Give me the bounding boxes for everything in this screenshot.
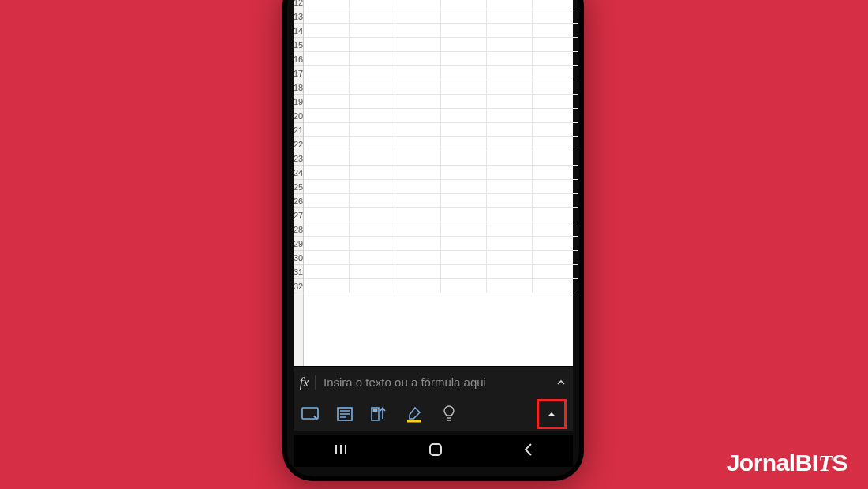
cell[interactable] xyxy=(395,109,441,122)
cell[interactable] xyxy=(304,180,350,193)
cell[interactable] xyxy=(395,123,441,136)
chevron-up-icon[interactable] xyxy=(552,367,570,398)
cell[interactable] xyxy=(487,66,533,80)
cell[interactable] xyxy=(487,0,533,9)
cell[interactable] xyxy=(533,0,578,9)
home-button[interactable] xyxy=(410,436,462,467)
cell[interactable] xyxy=(533,194,578,207)
cell[interactable] xyxy=(441,237,487,250)
spreadsheet-area[interactable]: 1112131415161718192021222324252627282930… xyxy=(294,0,573,366)
cell[interactable] xyxy=(441,95,487,108)
display-icon[interactable] xyxy=(300,404,320,424)
cell[interactable] xyxy=(395,237,441,250)
cell[interactable] xyxy=(487,180,533,193)
row-header[interactable]: 22 xyxy=(294,137,303,151)
cell[interactable] xyxy=(304,265,350,278)
row-header[interactable]: 19 xyxy=(294,95,303,109)
cell[interactable] xyxy=(350,0,395,9)
cell[interactable] xyxy=(441,109,487,122)
cell[interactable] xyxy=(395,24,441,37)
cell[interactable] xyxy=(441,151,487,165)
cell[interactable] xyxy=(533,109,578,122)
row-header[interactable]: 28 xyxy=(294,222,303,237)
cell[interactable] xyxy=(533,137,578,151)
cell[interactable] xyxy=(487,95,533,108)
row-header[interactable]: 21 xyxy=(294,123,303,137)
cell[interactable] xyxy=(395,265,441,278)
cell[interactable] xyxy=(533,80,578,94)
cell[interactable] xyxy=(487,208,533,222)
cell[interactable] xyxy=(441,123,487,136)
cell[interactable] xyxy=(350,109,395,122)
cell[interactable] xyxy=(441,180,487,193)
cell[interactable] xyxy=(395,279,441,293)
cell[interactable] xyxy=(395,208,441,222)
cell[interactable] xyxy=(533,208,578,222)
cell[interactable] xyxy=(533,251,578,264)
cell[interactable] xyxy=(304,9,350,23)
cell[interactable] xyxy=(350,237,395,250)
row-header[interactable]: 26 xyxy=(294,194,303,208)
cell[interactable] xyxy=(350,137,395,151)
cell[interactable] xyxy=(350,9,395,23)
cell[interactable] xyxy=(350,251,395,264)
cell[interactable] xyxy=(304,52,350,65)
cell[interactable] xyxy=(350,24,395,37)
cell[interactable] xyxy=(441,38,487,51)
row-header[interactable]: 12 xyxy=(294,0,303,9)
cell[interactable] xyxy=(441,66,487,80)
cell[interactable] xyxy=(441,265,487,278)
highlight-icon[interactable] xyxy=(404,404,425,424)
cell[interactable] xyxy=(487,9,533,23)
cell[interactable] xyxy=(304,194,350,207)
cell[interactable] xyxy=(350,80,395,94)
row-header[interactable]: 14 xyxy=(294,24,303,38)
cell[interactable] xyxy=(395,151,441,165)
cell[interactable] xyxy=(395,222,441,236)
cell[interactable] xyxy=(441,222,487,236)
row-header[interactable]: 17 xyxy=(294,66,303,80)
cell[interactable] xyxy=(441,24,487,37)
cell[interactable] xyxy=(487,137,533,151)
cell[interactable] xyxy=(487,251,533,264)
cell[interactable] xyxy=(304,222,350,236)
cell[interactable] xyxy=(533,265,578,278)
cell[interactable] xyxy=(304,251,350,264)
cell[interactable] xyxy=(304,66,350,80)
cell[interactable] xyxy=(350,265,395,278)
cell[interactable] xyxy=(395,137,441,151)
cell[interactable] xyxy=(304,95,350,108)
cell[interactable] xyxy=(533,151,578,165)
cell[interactable] xyxy=(304,208,350,222)
cell[interactable] xyxy=(350,166,395,179)
row-header[interactable]: 25 xyxy=(294,180,303,194)
cell[interactable] xyxy=(350,95,395,108)
cell[interactable] xyxy=(533,237,578,250)
cell[interactable] xyxy=(350,52,395,65)
cell[interactable] xyxy=(441,52,487,65)
cell[interactable] xyxy=(533,24,578,37)
cell[interactable] xyxy=(395,80,441,94)
cell[interactable] xyxy=(487,38,533,51)
cell[interactable] xyxy=(350,66,395,80)
cell[interactable] xyxy=(304,80,350,94)
cell[interactable] xyxy=(350,208,395,222)
formula-input[interactable] xyxy=(320,375,548,389)
cell[interactable] xyxy=(487,265,533,278)
cell[interactable] xyxy=(487,123,533,136)
row-header[interactable]: 20 xyxy=(294,109,303,123)
row-header[interactable]: 15 xyxy=(294,38,303,52)
cell[interactable] xyxy=(441,279,487,293)
cell[interactable] xyxy=(304,151,350,165)
cell[interactable] xyxy=(487,151,533,165)
cell[interactable] xyxy=(395,0,441,9)
cell[interactable] xyxy=(441,251,487,264)
cell[interactable] xyxy=(395,52,441,65)
row-header[interactable]: 23 xyxy=(294,151,303,166)
cell[interactable] xyxy=(487,109,533,122)
cell[interactable] xyxy=(533,52,578,65)
cell[interactable] xyxy=(304,166,350,179)
cell[interactable] xyxy=(441,194,487,207)
cell[interactable] xyxy=(350,222,395,236)
cell[interactable] xyxy=(533,95,578,108)
